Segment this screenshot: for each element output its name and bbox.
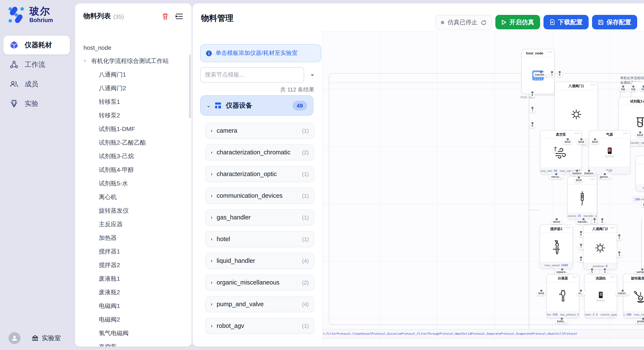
canvas-node-column[interactable]: 洗脱柱•••Devicediameter: 2.5column_type: si (584, 274, 617, 318)
port-chip-3[interactable]: 3 (617, 253, 622, 257)
canvas-node-bavalve2[interactable]: 八通阀门2•••positions: 8 (583, 224, 617, 270)
category-row-camera[interactable]: ›camera(1) (205, 123, 314, 139)
category-row-characterization_optic[interactable]: ›characterization_optic(1) (205, 166, 314, 182)
port-chip-top[interactable]: top (619, 87, 627, 91)
tree-item[interactable]: 搅拌器2 (75, 259, 189, 272)
port-chip-stirrer[interactable]: stirrer (551, 219, 562, 224)
port-chip-botto[interactable]: botto... (556, 319, 568, 324)
canvas-node-stirrer2[interactable]: 搅拌器2•••max_speed: 2000 (540, 224, 573, 269)
category-row-hotel[interactable]: ›hotel(1) (205, 231, 314, 247)
outline-list-icon[interactable] (176, 13, 183, 19)
port-chip-vacuu[interactable]: vacuu... (550, 174, 563, 179)
simulation-status-pill[interactable]: 仿真已停止 (435, 15, 492, 30)
port-chip-bottom[interactable]: bottom (571, 171, 583, 176)
port-chip-1[interactable]: 1 (550, 72, 554, 77)
tree-item[interactable]: 主反应器 (75, 218, 189, 231)
category-row-pump_and_valve[interactable]: ›pump_and_valve(4) (205, 296, 314, 312)
tree-item[interactable]: 真空泵 (75, 340, 189, 347)
port-chip-7[interactable]: 7 (530, 108, 535, 113)
tree-item[interactable]: 搅拌器1 (75, 245, 189, 259)
port-chip-transfe[interactable]: transfe... (533, 72, 548, 77)
download-config-button[interactable]: 下载配置 (544, 15, 589, 29)
tree-item[interactable]: host_node (75, 41, 189, 54)
port-chip-separa[interactable]: separa... (554, 270, 570, 274)
sidebar-item-3[interactable]: 实验 (4, 94, 70, 113)
brand-logo[interactable]: 玻尔 Bohrium (7, 5, 53, 24)
port-chip-4[interactable]: 4 (602, 270, 607, 274)
sidebar-item-2[interactable]: 成员 (4, 75, 70, 94)
refresh-icon[interactable] (481, 20, 486, 25)
trash-icon[interactable] (162, 13, 169, 20)
port-chip-m[interactable]: m... (577, 291, 585, 296)
canvas-node-rotovap[interactable]: 旋转蒸发仪•••temp: 180max_rotation_speed: (623, 274, 644, 318)
port-chip-bottom[interactable]: bottom (583, 171, 595, 176)
tree-item[interactable]: ˅有机化学流程综合测试工作站 (75, 54, 189, 68)
workflow-canvas[interactable]: 美化布局 有机化学流程综合测试工作站 host_no... 1,FilterPr… (322, 31, 644, 347)
port-chip-bind[interactable]: bind (577, 140, 586, 144)
port-chip-8[interactable]: 8 (530, 123, 535, 128)
port-chip-7[interactable]: 7 (578, 245, 584, 250)
port-chip-5[interactable]: 5 (553, 148, 558, 153)
category-group-instruments[interactable]: ⌄ 仪器设备 49 (200, 95, 314, 116)
port-chip-8[interactable]: 8 (557, 72, 562, 77)
port-chip-gasso[interactable]: gasso... (598, 174, 612, 179)
port-chip-6[interactable]: 6 (530, 93, 535, 97)
port-chip-bind[interactable]: bind (636, 133, 644, 137)
node-menu-icon[interactable]: ••• (590, 177, 595, 181)
port-chip-sample[interactable]: sample... (635, 270, 644, 274)
save-config-button[interactable]: 保存配置 (592, 15, 637, 29)
category-row-robot_agv[interactable]: ›robot_agv(1) (205, 318, 314, 334)
node-menu-icon[interactable]: ••• (591, 83, 596, 87)
port-chip-8[interactable]: 8 (600, 219, 605, 224)
tree-item[interactable]: 转移泵1 (75, 95, 189, 109)
tree-item[interactable]: 试剂瓶4-甲醇 (75, 163, 189, 177)
tree-item[interactable]: 电磁阀1 (75, 299, 189, 313)
canvas-node-syringe[interactable]: •••max_volume: 25transfer_rate: 10 (567, 176, 597, 219)
tree-item[interactable]: 旋转蒸发仪 (75, 204, 189, 218)
tree-item[interactable]: 离心机 (75, 190, 189, 204)
tree-item[interactable]: 转移泵2 (75, 109, 189, 123)
port-chip-6[interactable]: 6 (578, 232, 584, 237)
port-chip-bind[interactable]: bind (563, 140, 572, 144)
port-chip-top[interactable]: top (630, 87, 637, 91)
canvas-node-sepfunnel[interactable]: 分液器•••volume: 250has_phases: true (546, 274, 579, 318)
port-chip-bind[interactable]: bind (574, 178, 583, 182)
chevron-down-icon[interactable]: ˅ (84, 58, 91, 63)
node-menu-icon[interactable]: ••• (575, 131, 580, 135)
panel-collapse-chevron-icon[interactable]: ⌄ (310, 71, 315, 77)
node-menu-icon[interactable]: ••• (623, 131, 628, 135)
port-chip-bind[interactable]: bind (537, 291, 546, 296)
canvas-node-vpump[interactable]: 真空泵•••pump_rate: 50max_vacuum: 0.1 (540, 130, 582, 174)
category-row-liquid_handler[interactable]: ›liquid_handler(4) (205, 253, 314, 269)
category-row-gas_handler[interactable]: ›gas_handler(1) (205, 209, 314, 225)
node-menu-icon[interactable]: ••• (566, 226, 571, 230)
port-chip-1[interactable]: 1 (592, 219, 597, 224)
sidebar-item-1[interactable]: 工作流 (4, 55, 70, 74)
tree-item[interactable]: 试剂瓶2-乙酸乙酯 (75, 136, 189, 150)
search-template-input[interactable]: 搜索节点模板... (200, 67, 304, 82)
port-chip-2[interactable]: 2 (617, 236, 622, 240)
start-simulation-button[interactable]: 开启仿真 (495, 15, 540, 29)
category-row-characterization_chromatic[interactable]: ›characterization_chromatic(2) (205, 144, 314, 160)
tree-item[interactable]: 电磁阀2 (75, 313, 189, 327)
tree-item[interactable]: 氢气电磁阀 (75, 327, 189, 340)
node-menu-icon[interactable]: ••• (572, 275, 577, 279)
tree-item[interactable]: 加热器 (75, 231, 189, 245)
port-chip-transfe[interactable]: transfe... (576, 219, 591, 224)
avatar[interactable] (8, 332, 20, 344)
tree-item[interactable]: 废液瓶1 (75, 272, 189, 286)
category-row-organic_miscellaneous[interactable]: ›organic_miscellaneous(2) (205, 274, 314, 291)
port-chip-colum[interactable]: colum... (616, 291, 630, 296)
tree-item[interactable]: 试剂瓶3-己烷 (75, 150, 189, 163)
sidebar-item-lab[interactable]: 实验室 (32, 334, 61, 342)
canvas-node-beaker2000[interactable]: •••max_volume: 2000 (636, 156, 644, 191)
sidebar-item-0[interactable]: 仪器耗材 (4, 36, 70, 54)
port-chip-5[interactable]: 5 (590, 270, 594, 274)
node-menu-icon[interactable]: ••• (548, 50, 552, 54)
canvas-node-gassrc[interactable]: 气源•••Device气源: (589, 130, 630, 174)
canvas-node-host_node[interactable]: host_node••• (521, 49, 554, 94)
tree-item[interactable]: 八通阀门2 (75, 82, 189, 95)
tree-item[interactable]: 废液瓶2 (75, 286, 189, 299)
port-chip-bottom[interactable]: bottom (642, 202, 644, 207)
port-chip-bind[interactable]: bind (590, 140, 599, 144)
